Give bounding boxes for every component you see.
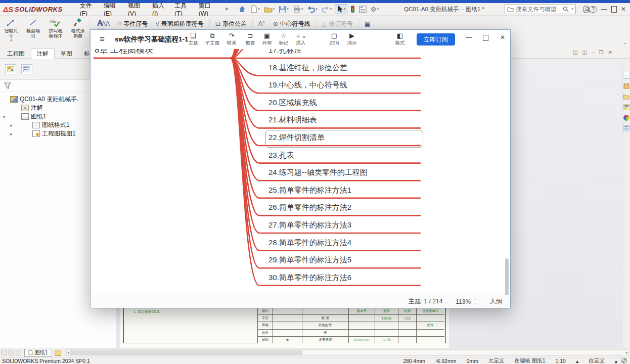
resources-home-icon[interactable]: ⌂: [623, 72, 630, 79]
appearances-color-wheel-icon[interactable]: [623, 114, 630, 121]
subscribe-button[interactable]: 立即订阅: [417, 33, 455, 46]
mindmap-topic[interactable]: 19.中心线，中心符号线: [268, 80, 347, 90]
custom-properties-icon[interactable]: [623, 125, 630, 132]
search-icon[interactable]: [563, 6, 569, 12]
search-box[interactable]: 搜索文件与模型 ▾: [505, 5, 575, 14]
undo-button[interactable]: ▾: [306, 5, 319, 14]
hamburger-menu-icon[interactable]: ≡: [100, 34, 105, 44]
format-painter-button[interactable]: 格式涂 刷器: [67, 16, 89, 49]
minimize-button[interactable]: —: [597, 6, 611, 13]
expand-arrow-icon[interactable]: ▸: [10, 123, 13, 128]
drawing-sheet[interactable]: 1. 未注倒角C0.5. 设计版本号重量比例变距机械手工艺数 量190.631:…: [120, 304, 449, 348]
units-globe-icon[interactable]: [621, 358, 627, 363]
smart-dimension-icon: [6, 17, 16, 28]
spell-checker-icon: Abc: [50, 17, 62, 28]
scrollbar-thumb[interactable]: [70, 350, 302, 355]
surface-finish-button[interactable]: √表面粗糙度符号: [152, 19, 207, 29]
featuremanager-tree-tab[interactable]: [5, 64, 16, 74]
save-button[interactable]: ▾: [278, 5, 290, 14]
balloon-button[interactable]: ⌾零件序号: [114, 19, 151, 29]
expand-arrow-icon[interactable]: ▾: [3, 114, 6, 119]
search-scope-caret[interactable]: ▾: [571, 7, 573, 11]
spell-checker-button[interactable]: Abc拼写检 验程序: [44, 16, 67, 49]
format-button[interactable]: ◧格式: [390, 32, 410, 47]
mindmap-topic[interactable]: 30.简单零件的标注方法6: [268, 273, 351, 283]
pin-icon[interactable]: ✦: [224, 6, 229, 13]
solidworks-logo: ΔS SOLIDWORKS: [3, 5, 63, 14]
open-button[interactable]: ▾: [263, 5, 276, 14]
relationship-button[interactable]: ↷联系: [222, 32, 241, 47]
zoom-control[interactable]: 113% ⌃⌄: [456, 298, 477, 305]
tab-草图[interactable]: 草图: [55, 49, 78, 59]
mindmap-topic[interactable]: 24.练习题--轴类零件的工程图: [268, 168, 368, 177]
mindmap-topic[interactable]: 22.焊件切割清单: [268, 133, 325, 143]
outline-button[interactable]: 大纲: [490, 297, 502, 306]
options-gear-button[interactable]: ⚙▾: [370, 5, 380, 14]
filter-funnel-icon[interactable]: [4, 82, 11, 89]
evaluate-list-icon[interactable]: [358, 5, 368, 14]
mindmap-topic[interactable]: 21.材料明细表: [268, 115, 317, 125]
topic-button[interactable]: ❏主题: [184, 32, 203, 47]
property-manager-tab[interactable]: [21, 64, 32, 74]
zen-button[interactable]: ▢ZEN: [325, 32, 344, 46]
expand-arrow-icon[interactable]: ▸: [10, 131, 13, 136]
collapse-toolbar-icon[interactable]: ⌃: [623, 42, 627, 48]
present-button[interactable]: ▶演示: [342, 32, 362, 47]
doc-close-icon[interactable]: ✕: [608, 50, 612, 55]
marker-button[interactable]: ☆标记: [274, 32, 293, 47]
smart-dimension-button[interactable]: 智能尺 寸▾: [0, 16, 22, 49]
mindmap-topic[interactable]: 28.简单零件的标注方法4: [268, 238, 351, 248]
maximize-button[interactable]: [611, 6, 617, 13]
insert-button[interactable]: ＋⌄插入: [291, 32, 310, 47]
rebuild-traffic-light-icon[interactable]: [349, 5, 356, 14]
tables-button[interactable]: ▦: [361, 19, 374, 28]
select-tool-button[interactable]: ▾: [335, 4, 347, 14]
home-button[interactable]: [237, 5, 247, 14]
geometric-tolerance-button[interactable]: ⊟形位公差: [212, 19, 250, 29]
add-sheet-button[interactable]: [55, 350, 61, 356]
mindmap-topic[interactable]: 23.孔表: [268, 151, 294, 160]
center-mark-button[interactable]: ⊕中心符号线: [269, 19, 314, 29]
mindmap-maximize-button[interactable]: [483, 35, 488, 41]
surface-finish-icon: √: [156, 20, 159, 27]
design-library-icon[interactable]: [623, 82, 630, 89]
datum-feature-button[interactable]: A°: [255, 19, 268, 28]
mindmap-close-button[interactable]: ✕: [500, 34, 505, 41]
mindmap-topic[interactable]: 29.简单零件的标注方法5: [268, 255, 351, 265]
mindmap-topic[interactable]: 17.孔标注: [268, 49, 302, 55]
note-group-button[interactable]: AAA: [94, 19, 113, 28]
help-button[interactable]: ?: [589, 6, 597, 13]
mindmap-topic[interactable]: 26.简单零件的标注方法2: [268, 203, 351, 212]
title-block-cell: 重量: [375, 307, 398, 314]
redo-button[interactable]: ▾: [321, 5, 333, 14]
mindmap-minimize-button[interactable]: —: [466, 34, 472, 41]
doc-back-icon[interactable]: ◫: [573, 50, 577, 55]
doc-restore-icon[interactable]: ❐: [599, 50, 603, 55]
graphics-horizontal-scrollbar[interactable]: ◂ ▸: [66, 349, 629, 356]
scroll-left-icon[interactable]: ◂: [67, 350, 69, 355]
tab-工程图[interactable]: 工程图: [1, 49, 31, 59]
zoom-stepper-icon[interactable]: ⌃⌄: [474, 299, 477, 305]
doc-forward-icon[interactable]: ◫: [582, 50, 587, 55]
subtopic-button[interactable]: ⧉子主题: [203, 32, 222, 47]
file-explorer-icon[interactable]: [623, 93, 630, 100]
mindmap-topic[interactable]: 27.简单零件的标注方法3: [268, 220, 351, 230]
model-items-button[interactable]: 模型项 目: [22, 16, 44, 49]
doc-minimize-icon[interactable]: –: [592, 50, 595, 55]
tab-注解[interactable]: 注解: [31, 49, 55, 59]
mindmap-topic[interactable]: 25.简单零件的标注方法1: [268, 186, 351, 195]
new-document-button[interactable]: ▾: [249, 5, 261, 14]
mindmap-canvas[interactable]: 8章 工程图模块 17.孔标注18.基准特征，形位公差19.中心线，中心符号线2…: [91, 49, 510, 296]
sheet-tab[interactable]: 图纸1: [24, 349, 52, 357]
print-button[interactable]: ▾: [292, 5, 304, 14]
sheet-nav-icon[interactable]: [9, 350, 14, 355]
scroll-right-icon[interactable]: ▸: [626, 350, 628, 355]
view-palette-icon[interactable]: [623, 104, 630, 111]
mindmap-topic[interactable]: 20.区域填充线: [268, 98, 317, 108]
close-button[interactable]: ✕: [617, 6, 630, 13]
sheet-nav-icon[interactable]: [2, 350, 7, 355]
mindmap-vertical-scrollbar[interactable]: [505, 258, 509, 296]
account-icon[interactable]: [583, 6, 590, 13]
mindmap-topic[interactable]: 18.基准特征，形位公差: [268, 63, 347, 73]
sheet-nav-icon[interactable]: [16, 350, 21, 355]
